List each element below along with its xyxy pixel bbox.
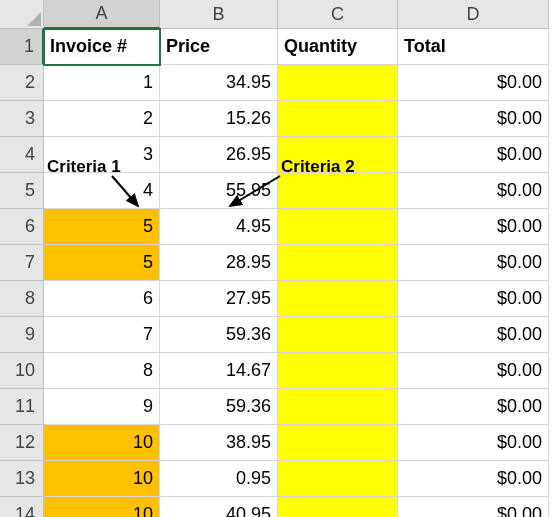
cell-D10[interactable]: $0.00 xyxy=(398,353,549,389)
cell-C10[interactable] xyxy=(278,353,398,389)
cell-B13[interactable]: 0.95 xyxy=(160,461,278,497)
cell-A8[interactable]: 6 xyxy=(44,281,160,317)
column-header-A[interactable]: A xyxy=(44,0,160,29)
cell-B14[interactable]: 40.95 xyxy=(160,497,278,517)
cell-D8[interactable]: $0.00 xyxy=(398,281,549,317)
cell-A10[interactable]: 8 xyxy=(44,353,160,389)
column-header-C[interactable]: C xyxy=(278,0,398,29)
cell-A3[interactable]: 2 xyxy=(44,101,160,137)
cell-C13[interactable] xyxy=(278,461,398,497)
cell-A13[interactable]: 10 xyxy=(44,461,160,497)
cell-B2[interactable]: 34.95 xyxy=(160,65,278,101)
cell-B4[interactable]: 26.95 xyxy=(160,137,278,173)
cell-B10[interactable]: 14.67 xyxy=(160,353,278,389)
cell-A5[interactable]: 4 xyxy=(44,173,160,209)
cell-D2[interactable]: $0.00 xyxy=(398,65,549,101)
cell-D7[interactable]: $0.00 xyxy=(398,245,549,281)
cell-A12[interactable]: 10 xyxy=(44,425,160,461)
cell-D4[interactable]: $0.00 xyxy=(398,137,549,173)
row-header-7[interactable]: 7 xyxy=(0,245,44,281)
row-header-10[interactable]: 10 xyxy=(0,353,44,389)
cell-B5[interactable]: 55.95 xyxy=(160,173,278,209)
row-header-12[interactable]: 12 xyxy=(0,425,44,461)
cell-A7[interactable]: 5 xyxy=(44,245,160,281)
cell-B1[interactable]: Price xyxy=(160,29,278,65)
cell-C11[interactable] xyxy=(278,389,398,425)
cell-B12[interactable]: 38.95 xyxy=(160,425,278,461)
cell-A4[interactable]: 3 xyxy=(44,137,160,173)
cell-C14[interactable] xyxy=(278,497,398,517)
cell-C4[interactable] xyxy=(278,137,398,173)
column-header-B[interactable]: B xyxy=(160,0,278,29)
column-header-D[interactable]: D xyxy=(398,0,549,29)
cell-D12[interactable]: $0.00 xyxy=(398,425,549,461)
row-header-8[interactable]: 8 xyxy=(0,281,44,317)
cell-A1[interactable]: Invoice # xyxy=(44,29,160,65)
cell-D13[interactable]: $0.00 xyxy=(398,461,549,497)
cell-B11[interactable]: 59.36 xyxy=(160,389,278,425)
cell-B3[interactable]: 15.26 xyxy=(160,101,278,137)
row-header-1[interactable]: 1 xyxy=(0,29,44,65)
cell-D6[interactable]: $0.00 xyxy=(398,209,549,245)
cell-A9[interactable]: 7 xyxy=(44,317,160,353)
cell-C1[interactable]: Quantity xyxy=(278,29,398,65)
select-all-corner[interactable] xyxy=(0,0,44,29)
cell-A6[interactable]: 5 xyxy=(44,209,160,245)
cell-D14[interactable]: $0.00 xyxy=(398,497,549,517)
cell-D9[interactable]: $0.00 xyxy=(398,317,549,353)
row-header-3[interactable]: 3 xyxy=(0,101,44,137)
cell-C9[interactable] xyxy=(278,317,398,353)
row-header-4[interactable]: 4 xyxy=(0,137,44,173)
row-header-6[interactable]: 6 xyxy=(0,209,44,245)
cell-C7[interactable] xyxy=(278,245,398,281)
cell-C6[interactable] xyxy=(278,209,398,245)
cell-A11[interactable]: 9 xyxy=(44,389,160,425)
cell-C8[interactable] xyxy=(278,281,398,317)
row-header-9[interactable]: 9 xyxy=(0,317,44,353)
cell-B6[interactable]: 4.95 xyxy=(160,209,278,245)
row-header-13[interactable]: 13 xyxy=(0,461,44,497)
row-header-5[interactable]: 5 xyxy=(0,173,44,209)
cell-B8[interactable]: 27.95 xyxy=(160,281,278,317)
cell-D1[interactable]: Total xyxy=(398,29,549,65)
cell-D5[interactable]: $0.00 xyxy=(398,173,549,209)
cell-C2[interactable] xyxy=(278,65,398,101)
cell-B9[interactable]: 59.36 xyxy=(160,317,278,353)
cell-D3[interactable]: $0.00 xyxy=(398,101,549,137)
cell-B7[interactable]: 28.95 xyxy=(160,245,278,281)
cell-C5[interactable] xyxy=(278,173,398,209)
cell-A2[interactable]: 1 xyxy=(44,65,160,101)
row-header-11[interactable]: 11 xyxy=(0,389,44,425)
cell-D11[interactable]: $0.00 xyxy=(398,389,549,425)
spreadsheet-grid[interactable]: ABCD1Invoice #PriceQuantityTotal2134.95$… xyxy=(0,0,554,517)
row-header-2[interactable]: 2 xyxy=(0,65,44,101)
cell-C12[interactable] xyxy=(278,425,398,461)
row-header-14[interactable]: 14 xyxy=(0,497,44,517)
cell-A14[interactable]: 10 xyxy=(44,497,160,517)
cell-C3[interactable] xyxy=(278,101,398,137)
